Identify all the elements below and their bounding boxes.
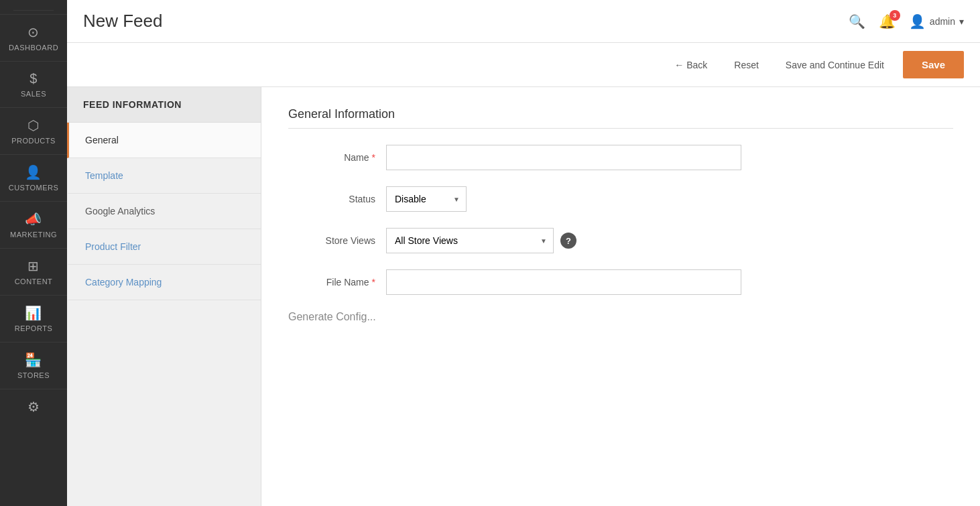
action-bar: ← Back Reset Save and Continue Edit Save bbox=[67, 43, 980, 87]
sidebar-item-dashboard[interactable]: ⊙ DASHBOARD bbox=[0, 14, 67, 61]
file-name-required-star: * bbox=[372, 277, 375, 288]
user-avatar-icon: 👤 bbox=[909, 13, 926, 29]
customers-icon: 👤 bbox=[25, 164, 42, 180]
store-views-arrow-wrapper: All Store Views bbox=[386, 228, 554, 253]
sidebar-item-label: CUSTOMERS bbox=[9, 184, 59, 192]
search-icon[interactable]: 🔍 bbox=[849, 13, 865, 29]
sidebar-item-label: PRODUCTS bbox=[11, 137, 56, 145]
store-views-field-row: Store Views All Store Views ? bbox=[288, 228, 953, 253]
form-section-title: General Information bbox=[288, 107, 953, 121]
status-field-row: Status Disable Enable bbox=[288, 186, 953, 212]
notification-badge: 3 bbox=[890, 10, 900, 21]
user-menu[interactable]: 👤 admin ▾ bbox=[909, 13, 964, 29]
sidebar-top-divider bbox=[13, 10, 54, 11]
reset-button[interactable]: Reset bbox=[726, 54, 767, 76]
left-nav: FEED INFORMATION General Template Google… bbox=[67, 87, 261, 506]
system-icon: ⚙ bbox=[27, 399, 40, 415]
sales-icon: $ bbox=[29, 71, 38, 86]
stores-icon: 🏪 bbox=[25, 352, 42, 368]
left-nav-item-general[interactable]: General bbox=[67, 123, 261, 158]
content-icon: ⊞ bbox=[27, 258, 40, 274]
sidebar-item-marketing[interactable]: 📣 MARKETING bbox=[0, 201, 67, 248]
store-views-select[interactable]: All Store Views bbox=[386, 228, 554, 253]
file-name-input[interactable] bbox=[386, 269, 741, 295]
name-field-row: Name* bbox=[288, 145, 953, 170]
name-label: Name* bbox=[288, 152, 375, 163]
marketing-icon: 📣 bbox=[25, 211, 42, 227]
back-button[interactable]: ← Back bbox=[666, 54, 715, 76]
sidebar-item-sales[interactable]: $ SALES bbox=[0, 61, 67, 107]
save-button[interactable]: Save bbox=[903, 51, 964, 78]
left-nav-item-category-mapping[interactable]: Category Mapping bbox=[67, 265, 261, 300]
left-nav-section-header: FEED INFORMATION bbox=[67, 87, 261, 123]
sidebar-item-label: REPORTS bbox=[15, 324, 52, 332]
products-icon: ⬡ bbox=[27, 117, 40, 133]
generate-config-label: Generate Config... bbox=[288, 311, 953, 323]
left-nav-item-product-filter[interactable]: Product Filter bbox=[67, 229, 261, 265]
form-area: General Information Name* Status Disable… bbox=[261, 87, 980, 506]
sidebar-item-system[interactable]: ⚙ bbox=[0, 389, 67, 428]
file-name-label: File Name* bbox=[288, 277, 375, 288]
sidebar: ⊙ DASHBOARD $ SALES ⬡ PRODUCTS 👤 CUSTOME… bbox=[0, 0, 67, 506]
sidebar-item-label: MARKETING bbox=[10, 231, 57, 239]
reports-icon: 📊 bbox=[25, 305, 42, 321]
header-actions: 🔍 🔔 3 👤 admin ▾ bbox=[849, 13, 964, 29]
store-views-help-icon[interactable]: ? bbox=[560, 233, 576, 249]
section-divider bbox=[288, 128, 953, 129]
sidebar-item-label: CONTENT bbox=[15, 277, 53, 286]
sidebar-item-content[interactable]: ⊞ CONTENT bbox=[0, 248, 67, 295]
main-content: New Feed 🔍 🔔 3 👤 admin ▾ ← Back Reset Sa… bbox=[67, 0, 980, 506]
sidebar-item-products[interactable]: ⬡ PRODUCTS bbox=[0, 107, 67, 154]
sidebar-item-customers[interactable]: 👤 CUSTOMERS bbox=[0, 154, 67, 201]
left-nav-item-template[interactable]: Template bbox=[67, 158, 261, 194]
name-required-star: * bbox=[372, 152, 375, 163]
status-select-wrapper: Disable Enable bbox=[386, 186, 467, 212]
page-title: New Feed bbox=[83, 11, 163, 31]
user-name: admin bbox=[930, 16, 955, 27]
sidebar-item-label: DASHBOARD bbox=[9, 44, 58, 52]
status-select[interactable]: Disable Enable bbox=[386, 186, 467, 212]
top-header: New Feed 🔍 🔔 3 👤 admin ▾ bbox=[67, 0, 980, 43]
dashboard-icon: ⊙ bbox=[27, 24, 40, 40]
store-views-label: Store Views bbox=[288, 235, 375, 246]
left-nav-item-google-analytics[interactable]: Google Analytics bbox=[67, 194, 261, 229]
sidebar-item-label: STORES bbox=[17, 371, 50, 379]
sidebar-item-label: SALES bbox=[21, 90, 46, 98]
file-name-field-row: File Name* bbox=[288, 269, 953, 295]
sidebar-item-reports[interactable]: 📊 REPORTS bbox=[0, 295, 67, 342]
content-area: FEED INFORMATION General Template Google… bbox=[67, 87, 980, 506]
status-label: Status bbox=[288, 194, 375, 204]
user-chevron-icon: ▾ bbox=[959, 16, 964, 27]
sidebar-item-stores[interactable]: 🏪 STORES bbox=[0, 342, 67, 389]
save-continue-button[interactable]: Save and Continue Edit bbox=[778, 54, 892, 76]
store-views-select-wrapper: All Store Views ? bbox=[386, 228, 576, 253]
notification-bell[interactable]: 🔔 3 bbox=[879, 13, 896, 29]
name-input[interactable] bbox=[386, 145, 741, 170]
